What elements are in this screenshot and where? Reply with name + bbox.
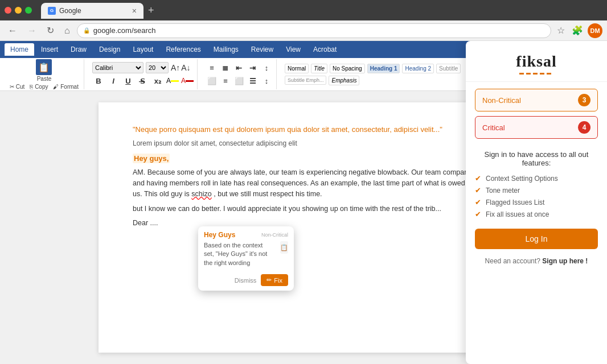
style-normal[interactable]: Normal [285,64,309,73]
tooltip-message: Based on the context set, "Hey Guys" it'… [204,241,274,267]
bookmark-star-icon[interactable]: ☆ [555,23,567,38]
numbering-button[interactable]: ≣ [219,62,232,73]
sort-button[interactable]: ↕ [260,62,273,73]
font-controls: Calibri 20 A↑ A↓ [92,62,194,86]
clipboard-sub-group: ✂ Cut ⎘ Copy 🖌 Format [8,83,80,90]
underline-button[interactable]: U [122,75,134,86]
signup-link[interactable]: Sign up here ! [542,257,588,265]
new-tab-button[interactable]: + [143,2,159,19]
paste-label: Paste [37,76,52,82]
tab-layout[interactable]: Layout [127,43,159,56]
home-button[interactable]: ⌂ [61,23,73,38]
tab-review[interactable]: Review [245,43,279,56]
login-button[interactable]: Log In [475,229,598,249]
non-critical-issue-row[interactable]: Non-Critical 3 [475,89,598,111]
justify-button[interactable]: ☰ [247,75,259,86]
refresh-button[interactable]: ↻ [43,23,58,38]
tab-home[interactable]: Home [5,43,34,56]
browser-titlebar: G Google × + [0,0,607,20]
paste-icon: 📋 [36,59,52,75]
copy-to-clipboard-button[interactable]: 📋 [280,241,288,254]
font-decrease-button[interactable]: A↓ [181,63,190,72]
tab-view[interactable]: View [280,43,306,56]
critical-label: Critical [482,123,505,132]
tab-favicon: G [48,7,56,15]
dismiss-button[interactable]: Dismiss [235,274,257,286]
forward-button[interactable]: → [24,23,40,38]
tooltip-body: Based on the context set, "Hey Guys" it'… [198,241,294,272]
doc-closing: Dear .... [133,219,474,227]
highlight-color-button[interactable]: A [166,75,179,86]
address-text: google.com/search [93,26,156,35]
browser-toolbar: ← → ↻ ⌂ 🔒 google.com/search ☆ 🧩 DM [0,20,607,41]
bold-button[interactable]: B [92,75,105,86]
fiksal-issues-section: Non-Critical 3 Critical 4 [466,82,607,146]
style-heading1[interactable]: Heading 1 [367,64,400,73]
maximize-window-button[interactable] [25,7,32,14]
non-critical-label: Non-Critical [482,96,521,105]
font-color-button[interactable]: A [181,75,194,86]
check-icon-4: ✔ [475,210,481,218]
style-no-spacing[interactable]: No Spacing [330,64,365,73]
font-increase-button[interactable]: A↑ [171,63,180,72]
back-button[interactable]: ← [5,23,20,38]
align-right-button[interactable]: ⬜ [233,75,245,86]
feature-context-setting: ✔ Context Setting Options [475,174,598,183]
indent-decrease-button[interactable]: ⇤ [233,62,245,73]
non-critical-badge: 3 [578,94,590,106]
tab-acrobat[interactable]: Acrobat [307,43,342,56]
tab-references[interactable]: References [160,43,206,56]
doc-greeting: Hey guys, [133,154,474,163]
style-emphasis[interactable]: Emphasis [329,76,359,85]
critical-issue-row[interactable]: Critical 4 [475,116,598,139]
line-spacing-button[interactable]: ↕ [260,75,273,86]
font-size-select[interactable]: 20 [146,62,169,73]
document-page: "Neque porro quisquam est qui dolorem ip… [99,102,508,353]
lock-icon: 🔒 [83,27,90,34]
format-button[interactable]: 🖌 Format [51,83,80,90]
tab-title: Google [59,7,129,15]
cut-button[interactable]: ✂ Cut [8,83,26,90]
tab-draw[interactable]: Draw [65,43,92,56]
paragraph-group: ≡ ≣ ⇤ ⇥ ↕ ⬜ ≡ ⬜ ☰ ↕ [202,59,277,89]
browser-tab-google[interactable]: G Google × [41,3,143,19]
feature-flagged-issues: ✔ Flagged Issues List [475,198,598,206]
style-subtitle[interactable]: Subtitle [436,64,461,73]
tab-close-button[interactable]: × [132,6,137,15]
critical-badge: 4 [578,121,590,134]
style-subtitle-emph[interactable]: Subtitle Emph... [285,76,327,85]
align-left-button[interactable]: ⬜ [206,75,218,86]
align-center-button[interactable]: ≡ [219,75,232,86]
style-heading2[interactable]: Heading 2 [402,64,434,73]
bullets-button[interactable]: ≡ [206,62,218,73]
signup-text: Need an account? [485,257,540,265]
style-title[interactable]: Title [311,64,327,73]
tab-mailings[interactable]: Mailings [208,43,244,56]
fiksal-logo-underline [519,73,553,75]
indent-increase-button[interactable]: ⇥ [247,62,259,73]
fix-pencil-icon: ✏ [266,276,272,284]
tab-design[interactable]: Design [93,43,126,56]
browser-frame: G Google × + ← → ↻ ⌂ 🔒 google.com/search… [0,0,607,364]
clipboard-group: 📋 Paste ✂ Cut ⎘ Copy 🖌 Format [5,59,84,89]
tab-insert[interactable]: Insert [35,43,64,56]
address-bar[interactable]: 🔒 google.com/search [77,23,551,38]
strikethrough-button[interactable]: S̶ [137,75,149,86]
features-list: ✔ Context Setting Options ✔ Tone meter ✔… [466,169,607,223]
font-row-2: B I U S̶ x₂ A A [92,75,194,86]
font-family-select[interactable]: Calibri [92,62,143,73]
profile-avatar[interactable]: DM [588,23,602,38]
extensions-icon[interactable]: 🧩 [569,23,585,38]
copy-button[interactable]: ⎘ Copy [28,83,50,90]
feature-label-2: Tone meter [486,187,520,195]
paste-button[interactable]: 📋 Paste [36,59,52,82]
feature-label-1: Context Setting Options [486,175,558,183]
subscript-button[interactable]: x₂ [151,75,164,86]
traffic-lights [5,7,32,14]
italic-button[interactable]: I [107,75,120,86]
fix-button[interactable]: ✏ Fix [261,274,288,286]
minimize-window-button[interactable] [15,7,22,14]
styles-list: Normal Title No Spacing Heading 1 Headin… [285,64,484,85]
close-window-button[interactable] [5,7,11,14]
toolbar-icons: ☆ 🧩 DM [555,23,602,38]
